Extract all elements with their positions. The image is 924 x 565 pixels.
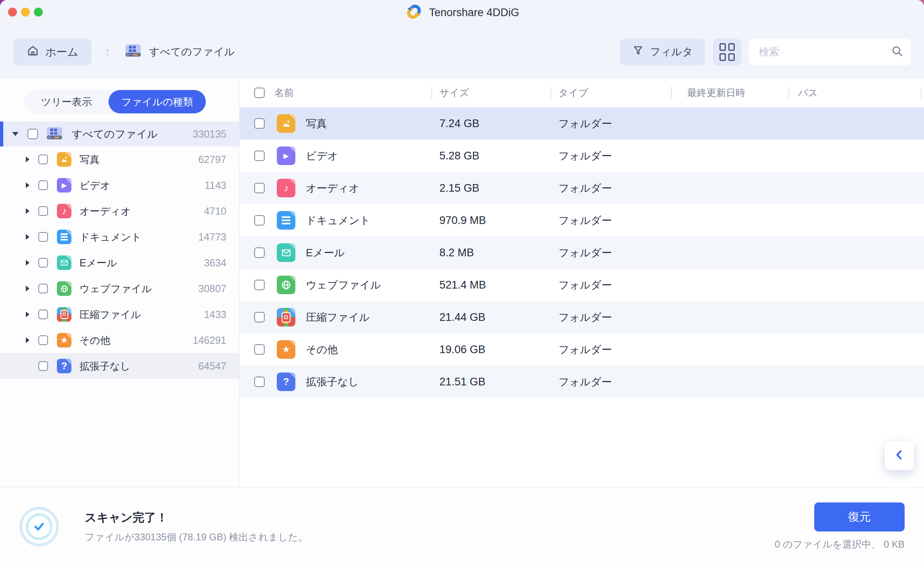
checkbox[interactable] — [38, 232, 48, 242]
app-title: Tenorshare 4DDiG — [429, 6, 519, 19]
search-icon[interactable] — [891, 45, 903, 59]
app-window: Tenorshare 4DDiG ホーム ↑ — [0, 0, 924, 565]
checkbox[interactable] — [254, 312, 265, 322]
filter-label: フィルタ — [650, 45, 693, 59]
caret-right-icon[interactable] — [26, 157, 29, 162]
other-icon — [277, 340, 295, 359]
filter-icon — [632, 45, 644, 59]
filter-button[interactable]: フィルタ — [620, 39, 705, 65]
tree-root-all-files[interactable]: すべてのファイル 330135 — [0, 121, 239, 146]
checkbox[interactable] — [38, 258, 48, 268]
document-icon — [57, 230, 71, 244]
tree-item[interactable]: Eメール 3634 — [0, 250, 239, 276]
checkbox[interactable] — [254, 344, 265, 355]
status-bar: スキャン完了！ ファイルが330135個 (78.19 GB) 検出されました。… — [0, 488, 924, 565]
chevron-left-icon — [893, 448, 906, 463]
checkbox[interactable] — [38, 155, 48, 164]
caret-right-icon[interactable] — [26, 182, 29, 188]
title-bar: Tenorshare 4DDiG — [0, 0, 924, 25]
toolbar: ホーム ↑ すべてのファイル — [0, 25, 924, 79]
recover-button[interactable]: 復元 — [814, 502, 905, 532]
breadcrumb[interactable]: すべてのファイル — [124, 41, 235, 63]
table-row[interactable]: オーディオ 2.15 GB フォルダー — [240, 172, 924, 204]
drive-icon — [124, 41, 142, 63]
caret-right-icon[interactable] — [26, 234, 29, 240]
no-extension-icon — [57, 359, 71, 373]
tree-item[interactable]: 圧縮ファイル 1433 — [0, 301, 239, 327]
sidebar: ツリー表示 ファイルの種類 — [0, 79, 240, 488]
tree-item[interactable]: ドキュメント 14773 — [0, 224, 239, 250]
checkbox[interactable] — [27, 129, 38, 139]
up-arrow-icon[interactable]: ↑ — [104, 44, 111, 61]
minimize-button[interactable] — [21, 8, 30, 17]
scan-complete-icon — [19, 507, 59, 546]
caret-right-icon[interactable] — [26, 337, 29, 343]
scan-status-title: スキャン完了！ — [85, 510, 307, 526]
archive-icon — [57, 307, 71, 322]
home-button[interactable]: ホーム — [13, 39, 92, 65]
close-button[interactable] — [8, 8, 17, 17]
other-icon — [57, 333, 71, 347]
column-type: タイプ — [558, 86, 588, 99]
tree-item[interactable]: 写真 62797 — [0, 146, 239, 172]
caret-right-icon[interactable] — [26, 260, 29, 266]
file-type-tree: すべてのファイル 330135 写真 62797 ビデオ — [0, 121, 239, 379]
table-row[interactable]: ビデオ 5.28 GB フォルダー — [240, 140, 924, 172]
checkbox[interactable] — [38, 284, 48, 293]
selection-status: 0 のファイルを選択中、 0 KB — [775, 538, 905, 551]
scan-status-detail: ファイルが330135個 (78.19 GB) 検出されました。 — [85, 531, 307, 544]
checkbox[interactable] — [38, 180, 48, 190]
caret-right-icon[interactable] — [26, 286, 29, 291]
tab-tree-view[interactable]: ツリー表示 — [24, 90, 109, 113]
checkbox[interactable] — [254, 118, 265, 129]
select-all-checkbox[interactable] — [254, 88, 265, 98]
checkbox[interactable] — [254, 215, 265, 226]
checkbox[interactable] — [38, 335, 48, 345]
table-row[interactable]: 写真 7.24 GB フォルダー — [240, 107, 924, 140]
checkbox[interactable] — [254, 247, 265, 258]
tree-item[interactable]: 拡張子なし 64547 — [0, 353, 239, 379]
checkbox[interactable] — [254, 183, 265, 193]
tree-root-count: 330135 — [193, 128, 226, 140]
checkbox[interactable] — [38, 206, 48, 216]
email-icon — [277, 243, 295, 262]
search-box[interactable] — [749, 39, 911, 65]
table-row[interactable]: ドキュメント 970.9 MB フォルダー — [240, 204, 924, 236]
checkbox[interactable] — [254, 280, 265, 290]
tree-item[interactable]: ウェブファイル 30807 — [0, 276, 239, 301]
column-name: 名前 — [274, 86, 294, 99]
table-row[interactable]: 圧縮ファイル 21.44 GB フォルダー — [240, 301, 924, 333]
tree-item[interactable]: その他 146291 — [0, 327, 239, 353]
collapse-panel-button[interactable] — [885, 441, 914, 470]
tab-file-types[interactable]: ファイルの種類 — [109, 90, 206, 113]
app-logo-icon — [405, 2, 423, 23]
traffic-lights — [8, 8, 43, 17]
checkbox[interactable] — [38, 310, 48, 319]
search-input[interactable] — [759, 46, 891, 58]
web-icon — [57, 281, 71, 296]
caret-right-icon[interactable] — [26, 312, 29, 317]
email-icon — [57, 255, 71, 270]
caret-right-icon[interactable] — [26, 208, 29, 214]
tree-item[interactable]: オーディオ 4710 — [0, 198, 239, 224]
checkbox[interactable] — [38, 361, 48, 371]
video-icon — [57, 178, 71, 193]
table-row[interactable]: Eメール 8.2 MB フォルダー — [240, 236, 924, 269]
zoom-button[interactable] — [34, 8, 43, 17]
tree-item[interactable]: ビデオ 1143 — [0, 172, 239, 198]
tree-root-label: すべてのファイル — [72, 127, 158, 141]
audio-icon — [277, 179, 295, 197]
home-label: ホーム — [45, 45, 78, 59]
table-body: 写真 7.24 GB フォルダー ビデオ 5.28 GB フォルダー — [240, 107, 924, 398]
caret-down-icon[interactable] — [12, 132, 19, 136]
breadcrumb-label: すべてのファイル — [149, 45, 235, 59]
table-row[interactable]: ウェブファイル 521.4 MB フォルダー — [240, 269, 924, 301]
checkbox[interactable] — [254, 151, 265, 161]
checkbox[interactable] — [254, 377, 265, 387]
grid-view-button[interactable] — [713, 39, 741, 65]
audio-icon — [57, 204, 71, 218]
table-row[interactable]: その他 19.06 GB フォルダー — [240, 333, 924, 366]
photo-icon — [57, 152, 71, 167]
photo-icon — [277, 114, 295, 133]
table-row[interactable]: 拡張子なし 21.51 GB フォルダー — [240, 366, 924, 398]
